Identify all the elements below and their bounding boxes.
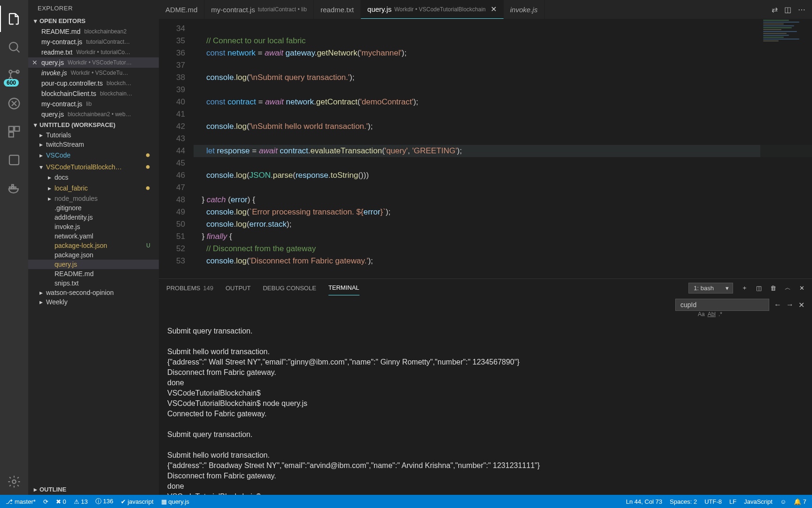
code-line[interactable] — [194, 182, 812, 194]
outline-header[interactable]: ▸OUTLINE — [28, 484, 159, 495]
activity-debug[interactable] — [0, 90, 28, 117]
activity-explorer[interactable] — [0, 6, 28, 32]
panel-tab-output[interactable]: OUTPUT — [226, 281, 250, 295]
close-icon[interactable]: ✕ — [491, 5, 497, 14]
folder-item[interactable]: ▸local_fabric● — [28, 182, 159, 194]
folder-item[interactable]: ▸Weekly — [28, 297, 159, 307]
find-case-icon[interactable]: Aa — [698, 311, 705, 318]
open-editor-item[interactable]: my-contract.jstutorialContract… — [28, 37, 159, 47]
panel-tab-debug[interactable]: DEBUG CONSOLE — [263, 281, 316, 295]
terminal-find-input[interactable] — [675, 299, 769, 311]
activity-ibm-block[interactable] — [0, 147, 28, 173]
status-notifications[interactable]: 🔔 7 — [794, 498, 806, 505]
find-next-icon[interactable]: → — [786, 301, 794, 309]
status-sync[interactable]: ⟳ — [43, 498, 48, 505]
editor-tab[interactable]: invoke.js — [504, 0, 545, 19]
activity-scm[interactable]: 600 — [0, 62, 28, 88]
editor[interactable]: 3435363738394041424344454647484950515253… — [159, 19, 812, 278]
file-item[interactable]: snips.txt — [28, 278, 159, 288]
status-language[interactable]: JavaScript — [744, 498, 773, 505]
code-line[interactable] — [194, 84, 812, 96]
status-errors[interactable]: ✖ 0 — [56, 498, 66, 505]
code-line[interactable]: console.log(`Error processing transactio… — [194, 206, 812, 218]
find-regex-icon[interactable]: .* — [718, 311, 722, 318]
code-line[interactable]: console.log(JSON.parse(response.toString… — [194, 169, 812, 182]
terminal-kill-icon[interactable]: 🗑 — [770, 285, 776, 292]
folder-item[interactable]: ▸twitchStream — [28, 140, 159, 149]
activity-docker[interactable] — [0, 175, 28, 201]
find-prev-icon[interactable]: ← — [774, 301, 781, 309]
terminal-new-icon[interactable]: ＋ — [742, 284, 748, 292]
open-editor-item[interactable]: pour-cup.controller.tsblockch… — [28, 78, 159, 88]
open-editor-item[interactable]: query.jsblockchainbean2 • web… — [28, 109, 159, 119]
panel-tab-terminal[interactable]: TERMINAL — [328, 280, 359, 295]
open-editors-header[interactable]: ▾OPEN EDITORS — [28, 16, 159, 26]
code-line[interactable]: // Disconnect from the gateway — [194, 243, 812, 255]
status-position[interactable]: Ln 44, Col 73 — [626, 498, 662, 505]
code-line[interactable]: } catch (error) { — [194, 194, 812, 206]
file-item[interactable]: addIdentity.js — [28, 213, 159, 222]
code-line[interactable]: } finally { — [194, 230, 812, 243]
editor-tab[interactable]: ADME.md — [159, 0, 204, 19]
panel-tab-problems[interactable]: PROBLEMS149 — [166, 281, 213, 295]
code-line[interactable]: console.log(error.stack); — [194, 218, 812, 230]
panel-close-icon[interactable]: ✕ — [799, 285, 804, 292]
open-editor-item[interactable]: my-contract.jslib — [28, 99, 159, 109]
terminal-split-icon[interactable]: ◫ — [756, 285, 762, 292]
code-line[interactable] — [194, 23, 812, 35]
folder-item[interactable]: ▸watson-second-opinion — [28, 288, 159, 297]
status-warnings[interactable]: ⚠ 13 — [74, 498, 88, 505]
folder-item[interactable]: ▸VSCode● — [28, 149, 159, 161]
file-item[interactable]: package-lock.jsonU — [28, 241, 159, 250]
activity-extensions[interactable] — [0, 119, 28, 145]
terminal-select[interactable]: 1: bash — [688, 283, 733, 294]
status-spaces[interactable]: Spaces: 2 — [670, 498, 697, 505]
folder-item[interactable]: ▾VSCodeTutorialBlockch…● — [28, 161, 159, 173]
code-area[interactable]: // Connect to our local fabric const net… — [194, 19, 812, 278]
activity-search[interactable] — [0, 34, 28, 60]
status-file[interactable]: ▦ query.js — [161, 498, 189, 505]
find-word-icon[interactable]: Abl — [708, 311, 716, 318]
activity-settings[interactable] — [0, 468, 28, 495]
folder-item[interactable]: ▸node_modules — [28, 194, 159, 203]
file-item[interactable]: query.js — [28, 260, 159, 269]
terminal-output[interactable]: Submit query transaction. Submit hello w… — [159, 313, 812, 495]
open-editor-item[interactable]: README.mdblockchainbean2 — [28, 26, 159, 37]
code-line[interactable]: console.log('\nSubmit hello world transa… — [194, 120, 812, 133]
code-line[interactable] — [194, 157, 812, 169]
more-icon[interactable]: ⋯ — [798, 5, 805, 14]
code-line[interactable]: console.log('Disconnect from Fabric gate… — [194, 255, 812, 267]
status-info[interactable]: ⓘ 136 — [95, 497, 113, 506]
find-close-icon[interactable]: ✕ — [798, 301, 804, 310]
editor-tab[interactable]: query.jsWorkdir • VSCodeTutorialBlockcha… — [361, 0, 504, 19]
minimap[interactable] — [760, 19, 812, 278]
close-icon[interactable]: ✕ — [32, 59, 38, 66]
editor-tab[interactable]: my-contract.jstutorialContract • lib — [204, 0, 314, 19]
file-item[interactable]: .gitignore — [28, 203, 159, 213]
file-item[interactable]: README.md — [28, 269, 159, 278]
split-icon[interactable]: ◫ — [784, 5, 791, 14]
code-line[interactable]: console.log('\nSubmit query transaction.… — [194, 71, 812, 84]
open-editor-item[interactable]: readme.txtWorkdir • tutorialCo… — [28, 47, 159, 57]
code-line[interactable]: // Connect to our local fabric — [194, 35, 812, 47]
code-line[interactable]: const network = await gateway.getNetwork… — [194, 47, 812, 59]
folder-item[interactable]: ▸Tutorials — [28, 130, 159, 140]
file-item[interactable]: invoke.js — [28, 222, 159, 231]
panel-maximize-icon[interactable]: ︿ — [785, 284, 791, 292]
status-feedback-icon[interactable]: ☺ — [780, 498, 786, 505]
open-editor-item[interactable]: blockchainClient.tsblockchain… — [28, 88, 159, 99]
code-line[interactable] — [194, 59, 812, 71]
file-item[interactable]: package.json — [28, 250, 159, 260]
status-eslint[interactable]: ✔ javascript — [121, 498, 154, 505]
code-line[interactable]: let response = await contract.evaluateTr… — [194, 145, 812, 157]
code-line[interactable]: const contract = await network.getContra… — [194, 96, 812, 108]
open-editor-item[interactable]: invoke.jsWorkdir • VSCodeTu… — [28, 68, 159, 78]
folder-item[interactable]: ▸docs — [28, 173, 159, 182]
code-line[interactable] — [194, 133, 812, 145]
status-encoding[interactable]: UTF-8 — [704, 498, 722, 505]
file-item[interactable]: network.yaml — [28, 231, 159, 241]
code-line[interactable] — [194, 108, 812, 120]
workspace-header[interactable]: ▾UNTITLED (WORKSPACE) — [28, 119, 159, 130]
status-eol[interactable]: LF — [729, 498, 736, 505]
editor-tab[interactable]: readme.txt — [314, 0, 361, 19]
